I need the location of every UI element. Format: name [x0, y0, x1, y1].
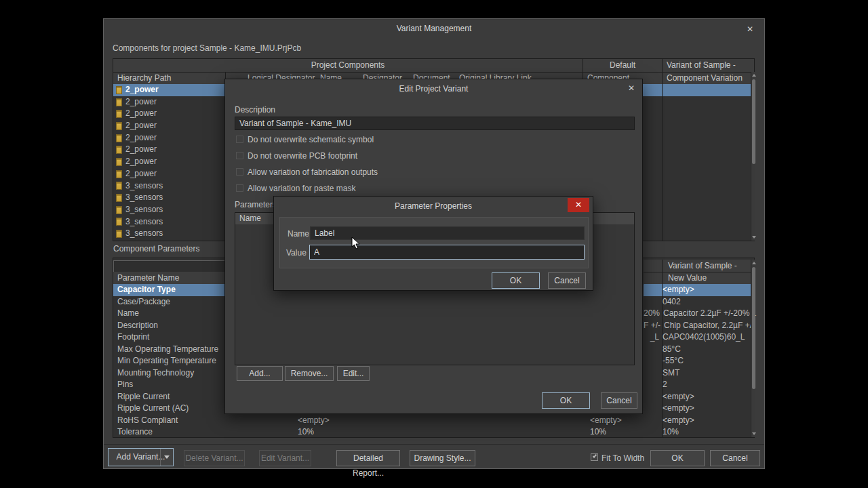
value-row[interactable]: SMT: [644, 367, 751, 380]
tree-item-label: 3_sensors: [125, 180, 163, 192]
parameter-row[interactable]: Tolerance: [113, 426, 225, 439]
parameter-row[interactable]: Mounting Technology: [113, 367, 225, 380]
scrollbar-thumb[interactable]: [752, 267, 755, 389]
detailed-report-button[interactable]: Detailed Report...: [336, 450, 400, 466]
variant-column-header[interactable]: Variant of Sample - Ka...: [663, 59, 751, 72]
mouse-cursor: [351, 237, 361, 250]
value-row[interactable]: <empty>: [644, 284, 751, 296]
allow-variation-fabrication-checkbox[interactable]: [236, 168, 243, 176]
parameter-name: Mounting Technology: [117, 367, 194, 380]
parameter-name: Capacitor Type: [117, 284, 176, 296]
value-row[interactable]: 2: [644, 379, 751, 391]
new-value-header[interactable]: New Value: [664, 272, 751, 284]
hierarchy-path-header[interactable]: Hierarchy Path: [113, 72, 225, 84]
description-input[interactable]: [235, 117, 635, 130]
hidden-column-tail: 20%: [644, 308, 663, 320]
tree-item-label: 2_power: [125, 144, 157, 156]
edit-variant-button[interactable]: Edit Variant...: [259, 450, 311, 466]
parameter-name: Case/Package: [117, 296, 170, 308]
edit-parameter-button[interactable]: Edit...: [337, 366, 370, 381]
close-icon[interactable]: ✕: [568, 198, 589, 212]
value-row[interactable]: F +/-Chip Capacitor, 2.2µF +/-: [644, 320, 751, 332]
parameter-row[interactable]: Name: [113, 308, 225, 320]
value-row[interactable]: 85°C: [644, 344, 751, 356]
value-row[interactable]: 0402: [644, 296, 751, 308]
value-row[interactable]: 20%Capacitor 2.2µF +/-20% 1: [644, 308, 751, 320]
parameter-name: Tolerance: [117, 426, 153, 439]
new-value: SMT: [663, 367, 679, 380]
parameter-row[interactable]: Ripple Current: [113, 391, 225, 403]
sheet-symbol-icon: [116, 206, 122, 214]
variant-of-sample-header[interactable]: Variant of Sample - Ka...: [664, 260, 751, 272]
parameter-filter-input[interactable]: [113, 260, 225, 272]
drawing-style-button[interactable]: Drawing Style...: [410, 450, 475, 466]
chevron-down-icon[interactable]: [164, 455, 170, 459]
checkbox-label: Allow variation of fabrication outputs: [248, 167, 378, 177]
value-label: Value: [286, 248, 307, 258]
allow-variation-paste-mask-checkbox[interactable]: [236, 184, 243, 192]
hidden-column-tail: _L: [644, 331, 663, 344]
project-components-header[interactable]: Project Components: [113, 59, 583, 72]
parameter-row[interactable]: Description: [113, 320, 225, 332]
fit-to-width-checkbox[interactable]: [591, 453, 598, 461]
component-parameters-scrollbar[interactable]: [751, 260, 755, 437]
remove-parameter-button[interactable]: Remove...: [285, 366, 334, 381]
cancel-button[interactable]: Cancel: [710, 450, 760, 466]
value-row[interactable]: _LCAPC0402(1005)60_L: [644, 331, 751, 344]
parameter-row[interactable]: Min Operating Temperature: [113, 355, 225, 367]
close-icon[interactable]: ✕: [625, 82, 637, 94]
cancel-button[interactable]: Cancel: [548, 272, 586, 289]
components-for-project-label: Components for project Sample - Kame_IMU…: [113, 43, 301, 53]
sheet-symbol-icon: [116, 218, 122, 226]
parameter-name: Name: [117, 308, 139, 320]
value-row[interactable]: 10%: [644, 426, 751, 439]
parameters-label: Parameters: [235, 200, 277, 209]
sheet-symbol-icon: [116, 194, 122, 202]
parameter-name: Description: [117, 320, 158, 332]
default-column-header[interactable]: Default: [583, 59, 662, 72]
parameter-row[interactable]: Max Operating Temperature: [113, 344, 225, 356]
parameter-row[interactable]: Footprint: [113, 331, 225, 344]
ok-button[interactable]: OK: [542, 392, 590, 409]
value-row[interactable]: <empty>: [644, 403, 751, 415]
do-not-overwrite-pcb-checkbox[interactable]: [236, 152, 243, 159]
scroll-down-icon[interactable]: [752, 432, 756, 435]
add-variant-button[interactable]: Add Variant...: [108, 448, 174, 466]
hidden-cell: 10%: [590, 426, 606, 439]
new-value: Capacitor 2.2µF +/-20% 1: [663, 308, 756, 320]
scrollbar-thumb[interactable]: [752, 79, 755, 164]
add-parameter-button[interactable]: Add...: [237, 366, 283, 381]
close-icon[interactable]: ✕: [744, 23, 756, 35]
tree-item-label: 3_sensors: [125, 228, 163, 240]
checkbox-label: Allow variation for paste mask: [248, 184, 355, 193]
new-value: <empty>: [663, 415, 694, 427]
parameter-row[interactable]: Capacitor Type: [113, 284, 225, 296]
delete-variant-button[interactable]: Delete Variant...: [184, 450, 245, 466]
scroll-up-icon[interactable]: [752, 262, 756, 264]
parameter-name-header[interactable]: Parameter Name: [113, 272, 225, 284]
sheet-symbol-icon: [116, 158, 122, 166]
parameter-name: RoHS Compliant: [117, 415, 178, 427]
new-value: 85°C: [663, 344, 681, 356]
parameter-row[interactable]: RoHS Compliant: [113, 415, 225, 427]
project-components-scrollbar[interactable]: [751, 72, 755, 241]
ok-button[interactable]: OK: [492, 272, 540, 289]
new-value: CAPC0402(1005)60_L: [663, 331, 745, 344]
parameter-name: Pins: [117, 379, 133, 391]
value-row[interactable]: -55°C: [644, 355, 751, 367]
scroll-down-icon[interactable]: [752, 236, 756, 239]
parameter-row[interactable]: Pins: [113, 379, 225, 391]
value-input[interactable]: [309, 245, 585, 260]
parameter-row[interactable]: Ripple Current (AC): [113, 403, 225, 415]
dialog-title: Parameter Properties: [274, 201, 593, 211]
parameter-row[interactable]: Case/Package: [113, 296, 225, 308]
ok-button[interactable]: OK: [650, 450, 705, 466]
hidden-cell: 10%: [298, 426, 314, 439]
scroll-up-icon[interactable]: [752, 74, 756, 77]
variant-component-variation-header[interactable]: Component Variation: [663, 72, 751, 84]
cancel-button[interactable]: Cancel: [601, 392, 637, 409]
do-not-overwrite-schematic-checkbox[interactable]: [236, 136, 243, 143]
new-value: 0402: [663, 296, 681, 308]
value-row[interactable]: <empty>: [644, 415, 751, 427]
value-row[interactable]: <empty>: [644, 391, 751, 403]
